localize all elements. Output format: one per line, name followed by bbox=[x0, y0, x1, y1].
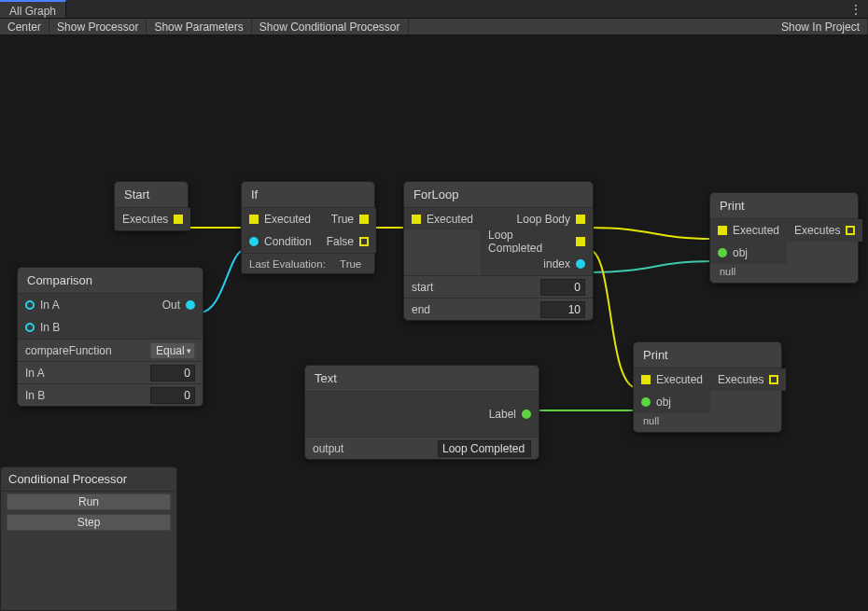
data-in-port[interactable] bbox=[249, 237, 259, 246]
data-in-port[interactable] bbox=[641, 397, 651, 407]
node-print-2[interactable]: Print Executed obj Executes null bbox=[633, 341, 782, 433]
port-label: Condition bbox=[264, 235, 312, 248]
last-eval-row: Last Evaluation: True bbox=[242, 253, 374, 273]
exec-out-port[interactable] bbox=[359, 215, 369, 224]
in-a-param-row: In A bbox=[18, 361, 203, 383]
node-title: ForLoop bbox=[404, 182, 593, 208]
port-label: Loop Completed bbox=[488, 229, 570, 255]
toolbar-show-in-project[interactable]: Show In Project bbox=[774, 19, 868, 35]
exec-out-port[interactable] bbox=[174, 215, 183, 224]
toolbar-show-conditional[interactable]: Show Conditional Processor bbox=[252, 19, 409, 35]
port-label: False bbox=[327, 235, 354, 248]
port-label: Executed bbox=[656, 373, 703, 386]
toolbar-center[interactable]: Center bbox=[0, 19, 49, 35]
step-button[interactable]: Step bbox=[7, 514, 171, 531]
exec-out-port[interactable] bbox=[576, 215, 585, 224]
end-param-row: end bbox=[404, 298, 593, 320]
port-label: index bbox=[543, 257, 570, 271]
tab-all-graph[interactable]: All Graph bbox=[0, 0, 66, 18]
exec-in-port[interactable] bbox=[718, 226, 727, 235]
toolbar: Center Show Processor Show Parameters Sh… bbox=[0, 19, 868, 35]
node-title: Start bbox=[115, 182, 188, 208]
node-title: Text bbox=[305, 366, 539, 392]
node-title: Print bbox=[710, 193, 858, 219]
node-print-1[interactable]: Print Executed obj Executes null bbox=[709, 192, 859, 284]
node-title: If bbox=[242, 182, 374, 208]
compare-function-row: compareFunction Equal bbox=[18, 339, 203, 361]
data-out-port[interactable] bbox=[186, 300, 195, 310]
node-title: Print bbox=[634, 342, 781, 368]
port-label: Executed bbox=[427, 213, 473, 226]
toolbar-show-parameters[interactable]: Show Parameters bbox=[147, 19, 251, 35]
null-value: null bbox=[634, 413, 781, 432]
output-param-row: output bbox=[305, 437, 539, 459]
in-b-field[interactable] bbox=[150, 387, 195, 404]
port-label: obj bbox=[656, 396, 671, 409]
node-start[interactable]: Start Executes bbox=[114, 181, 189, 231]
tab-bar: All Graph ⋮ bbox=[0, 0, 868, 19]
port-label: obj bbox=[733, 246, 748, 259]
exec-out-port[interactable] bbox=[846, 226, 855, 235]
end-field[interactable] bbox=[540, 301, 585, 318]
exec-in-port[interactable] bbox=[412, 215, 421, 224]
toolbar-show-processor[interactable]: Show Processor bbox=[49, 19, 147, 35]
compare-function-dropdown[interactable]: Equal bbox=[150, 342, 195, 359]
node-text[interactable]: Text Label output bbox=[304, 365, 539, 460]
in-a-field[interactable] bbox=[150, 365, 195, 382]
node-comparison[interactable]: Comparison In A In B Out compareFu bbox=[17, 267, 203, 407]
port-label: Executes bbox=[794, 224, 840, 237]
output-field[interactable] bbox=[438, 440, 531, 457]
data-in-port[interactable] bbox=[25, 300, 35, 310]
data-in-port[interactable] bbox=[25, 323, 35, 332]
port-label: In A bbox=[40, 299, 60, 312]
conditional-processor-panel: Conditional Processor Run Step bbox=[0, 466, 177, 611]
in-b-param-row: In B bbox=[18, 383, 203, 406]
port-label: True bbox=[331, 213, 354, 226]
port-label: Executes bbox=[718, 373, 763, 386]
exec-in-port[interactable] bbox=[641, 375, 651, 384]
start-param-row: start bbox=[404, 275, 593, 298]
null-value: null bbox=[710, 264, 858, 283]
tabbar-menu-icon[interactable]: ⋮ bbox=[850, 0, 862, 19]
start-field[interactable] bbox=[540, 279, 585, 296]
port-label: Executed bbox=[733, 224, 779, 237]
data-in-port[interactable] bbox=[718, 248, 727, 257]
port-label: Label bbox=[489, 408, 516, 421]
node-forloop[interactable]: ForLoop Executed Loop Body Loop Complete… bbox=[403, 181, 594, 321]
node-if[interactable]: If Executed Condition True False bbox=[241, 181, 375, 274]
port-label: Executed bbox=[264, 213, 311, 226]
graph-canvas[interactable]: Start Executes If Executed Condition bbox=[0, 35, 868, 611]
port-label: Loop Body bbox=[517, 213, 570, 226]
cp-title: Conditional Processor bbox=[1, 467, 176, 492]
exec-out-port[interactable] bbox=[359, 237, 369, 246]
port-label: In B bbox=[40, 321, 60, 334]
exec-out-port[interactable] bbox=[769, 375, 778, 384]
port-label: Executes bbox=[122, 213, 168, 226]
node-title: Comparison bbox=[18, 268, 203, 294]
data-out-port[interactable] bbox=[576, 259, 585, 269]
run-button[interactable]: Run bbox=[7, 493, 171, 510]
exec-in-port[interactable] bbox=[249, 215, 259, 224]
exec-out-port[interactable] bbox=[576, 237, 585, 246]
port-label: Out bbox=[162, 299, 180, 312]
data-out-port[interactable] bbox=[522, 410, 531, 419]
